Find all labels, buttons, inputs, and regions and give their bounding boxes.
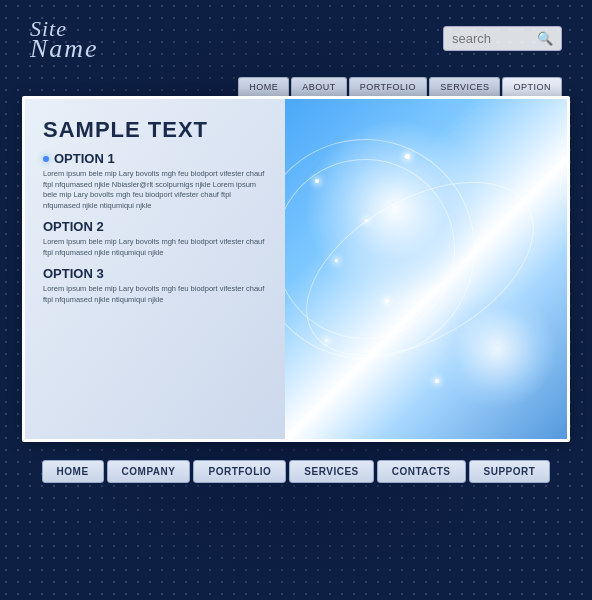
tab-option[interactable]: OPTION (502, 77, 562, 96)
tab-portfolio[interactable]: PORTFOLIO (349, 77, 427, 96)
content-right (285, 99, 567, 439)
logo-name-text: Name (30, 36, 99, 62)
main-panel: SAMPLE TEXT OPTION 1 Lorem ipsum bele mi… (22, 96, 570, 442)
bottom-nav-contacts[interactable]: CONTACTS (377, 460, 466, 483)
bottom-nav-company[interactable]: COMPANY (107, 460, 191, 483)
bottom-nav-portfolio[interactable]: PORTFOLIO (193, 460, 286, 483)
bottom-nav: HOME COMPANY PORTFOLIO SERVICES CONTACTS… (0, 442, 592, 498)
bottom-nav-home[interactable]: HOME (42, 460, 104, 483)
page-wrapper: Site Name 🔍 HOME ABOUT PORTFOLIO SERVICE… (0, 0, 592, 600)
option-3-text: Lorem ipsum bele mip Lary bovolts mgh fe… (43, 284, 270, 305)
option-3-heading: OPTION 3 (43, 266, 270, 281)
header: Site Name 🔍 (0, 0, 592, 72)
option-1-text: Lorem ipsum bele mip Lary bovolts mgh fe… (43, 169, 270, 211)
tab-about[interactable]: ABOUT (291, 77, 347, 96)
content-left: SAMPLE TEXT OPTION 1 Lorem ipsum bele mi… (25, 99, 285, 439)
search-icon: 🔍 (537, 31, 553, 46)
search-input[interactable] (452, 31, 532, 46)
option-1-dot (43, 156, 49, 162)
tab-services[interactable]: SERVICES (429, 77, 500, 96)
main-title: SAMPLE TEXT (43, 117, 270, 143)
panel-inner: SAMPLE TEXT OPTION 1 Lorem ipsum bele mi… (25, 99, 567, 439)
search-box[interactable]: 🔍 (443, 26, 562, 51)
bottom-nav-support[interactable]: SUPPORT (469, 460, 551, 483)
sparkle-7 (435, 379, 439, 383)
option-2-heading: OPTION 2 (43, 219, 270, 234)
top-nav: HOME ABOUT PORTFOLIO SERVICES OPTION (0, 77, 592, 96)
bottom-nav-services[interactable]: SERVICES (289, 460, 373, 483)
tab-home[interactable]: HOME (238, 77, 289, 96)
site-logo: Site Name (30, 18, 99, 62)
option-1-heading: OPTION 1 (43, 151, 270, 166)
option-2-text: Lorem ipsum bele mip Lary bovolts mgh fe… (43, 237, 270, 258)
